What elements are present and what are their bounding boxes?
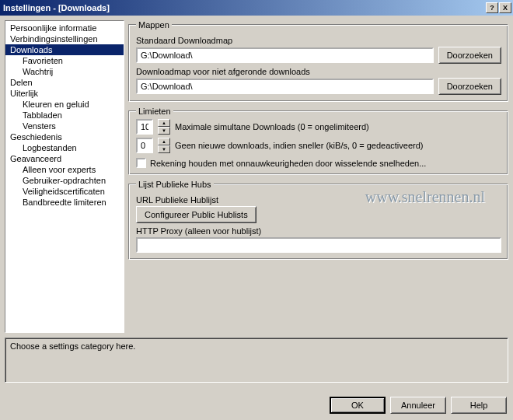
tree-item[interactable]: Veiligheidscertificaten: [5, 186, 124, 197]
browse-default-button[interactable]: Doorzoeken: [438, 47, 501, 64]
titlebar: Instellingen - [Downloads] ? X: [0, 0, 513, 16]
window-title: Instellingen - [Downloads]: [3, 3, 486, 12]
ok-button[interactable]: OK: [330, 397, 386, 414]
tree-item[interactable]: Tabbladen: [5, 110, 124, 121]
spinner-up-icon[interactable]: ▲: [158, 138, 170, 145]
speed-limit-input[interactable]: [136, 138, 153, 153]
tree-item[interactable]: Vensters: [5, 121, 124, 131]
category-tree: Persoonlijke informatieVerbindingsinstel…: [5, 20, 124, 333]
spinner-up-icon[interactable]: ▲: [158, 119, 170, 127]
max-downloads-input[interactable]: [136, 119, 153, 135]
hubs-group: Lijst Publieke Hubs URL Publieke Hublijs…: [129, 180, 508, 260]
limits-group: Limieten ▲ ▼ Maximale simultane Download…: [129, 107, 508, 175]
max-downloads-spinner: ▲ ▼: [158, 119, 170, 135]
close-icon[interactable]: X: [499, 2, 511, 13]
settings-panel: Mappen Standaard Downloadmap Doorzoeken …: [129, 20, 508, 333]
tree-item[interactable]: Kleuren en geluid: [5, 99, 124, 110]
tree-item[interactable]: Verbindingsinstellingen: [5, 33, 124, 44]
http-proxy-label: HTTP Proxy (alleen voor hublijst): [136, 226, 501, 236]
tree-item[interactable]: Uiterlijk: [5, 88, 124, 99]
hubs-legend: Lijst Publieke Hubs: [136, 180, 214, 189]
tree-item[interactable]: Wachtrij: [5, 66, 124, 77]
spinner-down-icon[interactable]: ▼: [158, 145, 170, 153]
tree-item[interactable]: Gebruiker-opdrachten: [5, 175, 124, 186]
folders-legend: Mappen: [136, 20, 172, 30]
unfinished-folder-input[interactable]: [136, 79, 434, 94]
tree-item[interactable]: Alleen voor experts: [5, 164, 124, 175]
default-folder-label: Standaard Downloadmap: [136, 36, 501, 45]
hint-box: Choose a settings category here.: [5, 338, 508, 383]
http-proxy-input[interactable]: [136, 237, 501, 253]
tree-item[interactable]: Delen: [5, 77, 124, 88]
hublist-url-label: URL Publieke Hublijst: [136, 195, 501, 205]
inaccuracy-label: Rekening houden met onnauwkeurigheden do…: [150, 159, 426, 168]
help-icon[interactable]: ?: [486, 2, 498, 13]
hint-text: Choose a settings category here.: [10, 341, 135, 351]
tree-item[interactable]: Downloads: [5, 44, 124, 55]
speed-limit-label: Geen nieuwe downloads, indien sneller (k…: [175, 141, 424, 150]
tree-item[interactable]: Persoonlijke informatie: [5, 23, 124, 33]
folders-group: Mappen Standaard Downloadmap Doorzoeken …: [129, 20, 508, 102]
inaccuracy-checkbox[interactable]: [136, 158, 146, 168]
cancel-button[interactable]: Annuleer: [390, 397, 446, 414]
dialog-buttons: OK Annuleer Help: [330, 397, 507, 414]
help-button[interactable]: Help: [451, 397, 507, 414]
browse-unfinished-button[interactable]: Doorzoeken: [438, 78, 501, 95]
default-folder-input[interactable]: [136, 47, 434, 63]
tree-item[interactable]: Logbestanden: [5, 142, 124, 153]
tree-item[interactable]: Geschiedenis: [5, 131, 124, 142]
tree-item[interactable]: Geavanceerd: [5, 153, 124, 164]
tree-item[interactable]: Bandbreedte limiteren: [5, 197, 124, 208]
spinner-down-icon[interactable]: ▼: [158, 127, 170, 135]
speed-limit-spinner: ▲ ▼: [158, 138, 170, 153]
limits-legend: Limieten: [136, 107, 173, 116]
configure-hublists-button[interactable]: Configureer Public Hublists: [136, 206, 256, 223]
max-downloads-label: Maximale simultane Downloads (0 = ongeli…: [175, 122, 369, 131]
tree-item[interactable]: Favorieten: [5, 55, 124, 66]
unfinished-folder-label: Downloadmap voor niet afgeronde download…: [136, 67, 501, 76]
